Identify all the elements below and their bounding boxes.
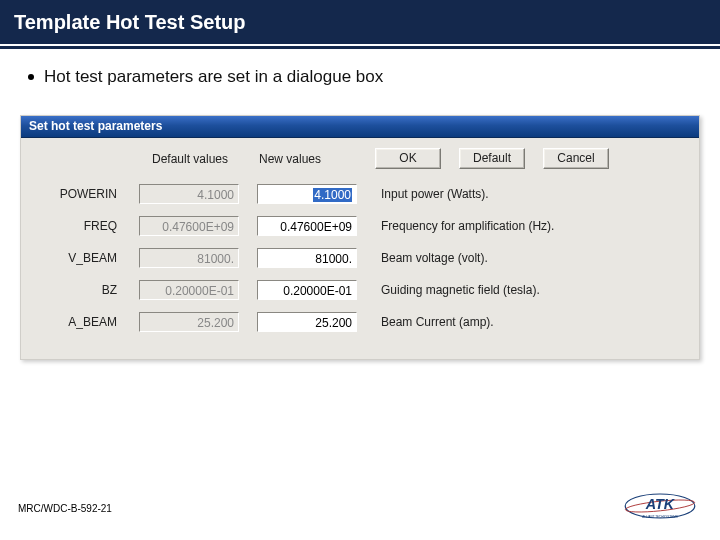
param-label: BZ — [31, 283, 121, 297]
param-description: Guiding magnetic field (tesla). — [375, 283, 689, 297]
bullet-text: Hot test parameters are set in a dialogu… — [0, 49, 720, 97]
atk-logo: ATK ALLIANT TECHSYSTEMS — [624, 488, 696, 524]
new-value-input[interactable]: 81000. — [257, 248, 357, 268]
default-value: 25.200 — [139, 312, 239, 332]
new-value-input[interactable]: 25.200 — [257, 312, 357, 332]
svg-text:ALLIANT TECHSYSTEMS: ALLIANT TECHSYSTEMS — [642, 515, 677, 519]
slide-title-bar: Template Hot Test Setup — [0, 0, 720, 48]
ok-button[interactable]: OK — [375, 148, 441, 169]
param-description: Input power (Watts). — [375, 187, 689, 201]
hot-test-dialog: Set hot test parameters Default values N… — [20, 115, 700, 360]
column-header-new: New values — [257, 152, 357, 166]
param-row-abeam: A_BEAM 25.200 25.200 Beam Current (amp). — [31, 311, 689, 333]
param-description: Beam Current (amp). — [375, 315, 689, 329]
param-row-powerin: POWERIN 4.1000 4.1000 Input power (Watts… — [31, 183, 689, 205]
dialog-body: Default values New values OK Default Can… — [21, 138, 699, 359]
param-label: FREQ — [31, 219, 121, 233]
slide-title: Template Hot Test Setup — [14, 11, 246, 34]
default-value: 0.20000E-01 — [139, 280, 239, 300]
new-value-input[interactable]: 4.1000 — [257, 184, 357, 204]
param-description: Beam voltage (volt). — [375, 251, 689, 265]
default-button[interactable]: Default — [459, 148, 525, 169]
param-row-vbeam: V_BEAM 81000. 81000. Beam voltage (volt)… — [31, 247, 689, 269]
param-label: A_BEAM — [31, 315, 121, 329]
bullet-icon — [28, 74, 34, 80]
param-label: V_BEAM — [31, 251, 121, 265]
footer-doc-code: MRC/WDC-B-592-21 — [18, 503, 112, 514]
new-value-input[interactable]: 0.20000E-01 — [257, 280, 357, 300]
default-value: 4.1000 — [139, 184, 239, 204]
param-row-freq: FREQ 0.47600E+09 0.47600E+09 Frequency f… — [31, 215, 689, 237]
param-row-bz: BZ 0.20000E-01 0.20000E-01 Guiding magne… — [31, 279, 689, 301]
default-value: 0.47600E+09 — [139, 216, 239, 236]
dialog-titlebar: Set hot test parameters — [21, 116, 699, 138]
default-value: 81000. — [139, 248, 239, 268]
cancel-button[interactable]: Cancel — [543, 148, 609, 169]
svg-text:ATK: ATK — [645, 496, 676, 512]
param-description: Frequency for amplification (Hz). — [375, 219, 689, 233]
column-header-default: Default values — [139, 152, 239, 166]
dialog-header-row: Default values New values OK Default Can… — [31, 148, 689, 169]
new-value-input[interactable]: 0.47600E+09 — [257, 216, 357, 236]
bullet-label: Hot test parameters are set in a dialogu… — [44, 67, 383, 86]
param-label: POWERIN — [31, 187, 121, 201]
